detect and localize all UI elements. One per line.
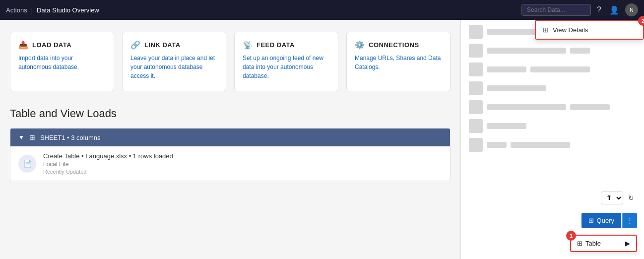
refresh-button[interactable]: ↻: [626, 192, 636, 204]
placeholder-block: [469, 81, 483, 95]
placeholder-block: [487, 66, 526, 72]
user-icon[interactable]: 👤: [607, 3, 621, 17]
query-label: Query: [597, 217, 614, 224]
placeholder-block: [487, 48, 566, 54]
table-section: ▼ ⊞ SHEET1 • 3 columns 📄 Create Table • …: [10, 128, 451, 181]
row-sub-text: Local File: [43, 161, 173, 168]
link-data-icon: 🔗: [130, 40, 140, 50]
view-details-icon: ⊞: [543, 26, 549, 34]
right-bottom-toolbar: ff ↻: [601, 192, 636, 204]
placeholder-block: [469, 63, 483, 76]
view-details-dropdown: ⊞ View Details 2: [535, 20, 644, 40]
connections-desc: Manage URLs, Shares and Data Catalogs.: [355, 54, 442, 71]
table-header-row[interactable]: ▼ ⊞ SHEET1 • 3 columns: [10, 129, 450, 146]
placeholder-block: [469, 25, 483, 39]
feed-data-card[interactable]: 📡 FEED DATA Set up an ongoing feed of ne…: [234, 32, 338, 91]
placeholder-block: [487, 85, 546, 91]
feed-data-desc: Set up an ongoing feed of new data into …: [243, 54, 330, 80]
table-menu-icon: ⊞: [577, 240, 582, 247]
load-data-icon: 📥: [18, 40, 28, 50]
link-data-desc: Leave your data in place and let your au…: [130, 54, 218, 80]
link-data-card[interactable]: 🔗 LINK DATA Leave your data in place and…: [122, 32, 226, 91]
load-data-title: LOAD DATA: [32, 41, 71, 49]
cards-row: 📥 LOAD DATA Import data into your autono…: [10, 32, 451, 91]
placeholder-block: [469, 44, 483, 58]
placeholder-block: [570, 48, 590, 54]
filter-dropdown[interactable]: ff: [601, 192, 623, 204]
table-menu-chevron: ▶: [625, 240, 630, 247]
placeholder-block: [570, 104, 610, 110]
search-input[interactable]: [521, 4, 591, 16]
row-main-text: Create Table • Language.xlsx • 1 rows lo…: [43, 152, 173, 160]
connections-icon: ⚙️: [355, 40, 365, 50]
placeholder-block: [469, 138, 483, 152]
query-more-button[interactable]: ⋮: [622, 213, 637, 228]
placeholder-block: [487, 123, 526, 129]
badge-2-container: 2: [638, 16, 644, 26]
placeholder-block: [511, 142, 570, 148]
connections-title: CONNECTIONS: [369, 41, 419, 49]
query-icon: ⊞: [588, 217, 594, 224]
main-content: 📥 LOAD DATA Import data into your autono…: [0, 20, 644, 259]
table-menu-dropdown: ⊞ Table ▶ 1: [570, 235, 637, 252]
link-data-title: LINK DATA: [144, 41, 181, 49]
query-btn-area: ⊞ Query ⋮: [581, 213, 637, 228]
table-menu-label: Table: [585, 240, 601, 247]
badge-1: 1: [566, 231, 576, 241]
badge-2: 2: [638, 16, 644, 26]
connections-card[interactable]: ⚙️ CONNECTIONS Manage URLs, Shares and D…: [346, 32, 451, 91]
feed-data-icon: 📡: [243, 40, 253, 50]
placeholder-block: [487, 104, 566, 110]
file-icon: 📄: [18, 155, 36, 173]
placeholder-block: [487, 142, 507, 148]
more-icon: ⋮: [627, 217, 633, 224]
row-details: Create Table • Language.xlsx • 1 rows lo…: [43, 152, 173, 175]
help-icon[interactable]: ?: [595, 3, 603, 16]
nav-separator: |: [31, 6, 33, 14]
badge-1-container: 1: [566, 231, 576, 241]
feed-data-title: FEED DATA: [257, 41, 295, 49]
view-details-button[interactable]: ⊞ View Details: [536, 21, 643, 39]
placeholder-block: [469, 119, 483, 133]
load-data-desc: Import data into your autonomous databas…: [18, 54, 106, 71]
avatar[interactable]: N: [625, 3, 638, 16]
placeholder-rows: [461, 20, 644, 157]
section-title: Table and View Loads: [10, 107, 451, 120]
table-row: 📄 Create Table • Language.xlsx • 1 rows …: [10, 146, 450, 181]
right-panel: ⊞ View Details 2 ff ↻ ⊞ Query ⋮: [460, 20, 644, 259]
query-button[interactable]: ⊞ Query: [581, 213, 621, 228]
chevron-down-icon[interactable]: ▼: [18, 134, 24, 141]
left-panel: 📥 LOAD DATA Import data into your autono…: [0, 20, 460, 259]
top-nav: Actions | Data Studio Overview ? 👤 N: [0, 0, 644, 20]
table-sheet-name: SHEET1 • 3 columns: [40, 134, 101, 141]
placeholder-block: [469, 100, 483, 114]
load-data-card[interactable]: 📥 LOAD DATA Import data into your autono…: [10, 32, 114, 91]
actions-label[interactable]: Actions: [6, 6, 27, 14]
page-title: Data Studio Overview: [37, 6, 99, 14]
view-details-label: View Details: [553, 26, 588, 34]
table-menu-item[interactable]: ⊞ Table ▶: [571, 236, 636, 251]
placeholder-block: [530, 66, 590, 72]
table-header-icon: ⊞: [29, 133, 35, 141]
row-time-text: Recently Updated: [43, 169, 173, 175]
